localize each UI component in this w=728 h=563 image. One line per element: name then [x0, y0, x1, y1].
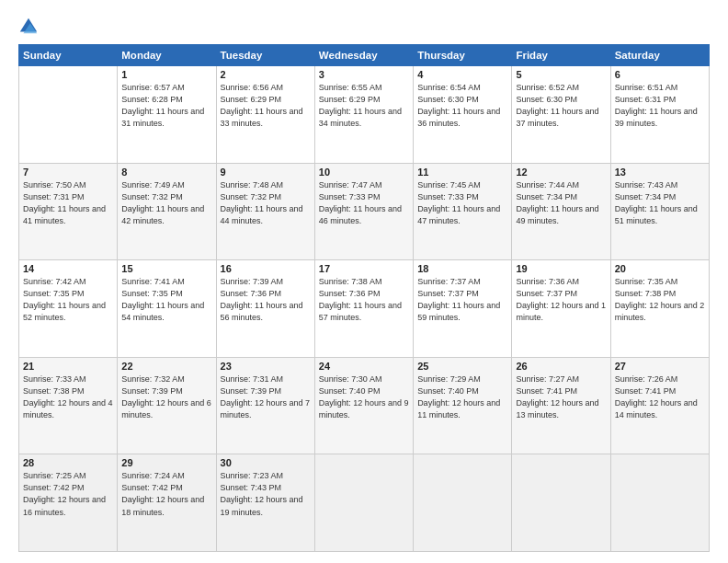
cal-cell: 6Sunrise: 6:51 AMSunset: 6:31 PMDaylight…: [610, 66, 709, 164]
day-info: Sunrise: 7:42 AMSunset: 7:35 PMDaylight:…: [23, 276, 113, 324]
cal-cell: 9Sunrise: 7:48 AMSunset: 7:32 PMDaylight…: [216, 163, 314, 260]
cal-cell: 16Sunrise: 7:39 AMSunset: 7:36 PMDayligh…: [216, 260, 314, 358]
day-number: 18: [417, 263, 507, 274]
cal-cell: 3Sunrise: 6:55 AMSunset: 6:29 PMDaylight…: [314, 66, 413, 164]
day-number: 15: [121, 263, 211, 274]
cal-cell: 28Sunrise: 7:25 AMSunset: 7:42 PMDayligh…: [19, 454, 118, 552]
day-info: Sunrise: 7:27 AMSunset: 7:41 PMDaylight:…: [516, 373, 606, 421]
day-info: Sunrise: 7:31 AMSunset: 7:39 PMDaylight:…: [221, 373, 311, 421]
day-number: 17: [319, 263, 409, 274]
cal-cell: [314, 454, 413, 552]
cal-cell: [414, 454, 512, 552]
day-number: 8: [121, 167, 211, 178]
cal-cell: 5Sunrise: 6:52 AMSunset: 6:30 PMDaylight…: [512, 66, 610, 164]
day-info: Sunrise: 7:32 AMSunset: 7:39 PMDaylight:…: [121, 373, 211, 421]
cal-cell: [512, 454, 610, 552]
cal-cell: 21Sunrise: 7:33 AMSunset: 7:38 PMDayligh…: [19, 357, 118, 454]
cal-cell: 25Sunrise: 7:29 AMSunset: 7:40 PMDayligh…: [414, 357, 512, 454]
day-number: 13: [615, 167, 705, 178]
day-info: Sunrise: 7:45 AMSunset: 7:33 PMDaylight:…: [417, 179, 507, 227]
logo: [18, 17, 42, 37]
cal-cell: 13Sunrise: 7:43 AMSunset: 7:34 PMDayligh…: [610, 163, 709, 260]
col-header-monday: Monday: [118, 45, 216, 66]
day-number: 5: [516, 69, 606, 80]
day-info: Sunrise: 7:23 AMSunset: 7:43 PMDaylight:…: [221, 470, 311, 518]
day-number: 1: [121, 69, 211, 80]
day-info: Sunrise: 7:36 AMSunset: 7:37 PMDaylight:…: [516, 276, 606, 324]
cal-cell: 15Sunrise: 7:41 AMSunset: 7:35 PMDayligh…: [118, 260, 216, 358]
day-info: Sunrise: 7:29 AMSunset: 7:40 PMDaylight:…: [417, 373, 507, 421]
day-number: 20: [615, 263, 705, 274]
day-number: 16: [221, 263, 311, 274]
col-header-sunday: Sunday: [19, 45, 118, 66]
day-info: Sunrise: 7:44 AMSunset: 7:34 PMDaylight:…: [516, 179, 606, 227]
day-info: Sunrise: 6:55 AMSunset: 6:29 PMDaylight:…: [319, 82, 409, 130]
week-row-2: 7Sunrise: 7:50 AMSunset: 7:31 PMDaylight…: [19, 163, 710, 260]
day-info: Sunrise: 7:39 AMSunset: 7:36 PMDaylight:…: [221, 276, 311, 324]
day-number: 9: [221, 167, 311, 178]
logo-icon: [18, 17, 39, 37]
day-info: Sunrise: 7:35 AMSunset: 7:38 PMDaylight:…: [615, 276, 705, 324]
cal-cell: 14Sunrise: 7:42 AMSunset: 7:35 PMDayligh…: [19, 260, 118, 358]
day-info: Sunrise: 7:26 AMSunset: 7:41 PMDaylight:…: [615, 373, 705, 421]
cal-cell: 20Sunrise: 7:35 AMSunset: 7:38 PMDayligh…: [610, 260, 709, 358]
day-number: 7: [23, 167, 113, 178]
day-info: Sunrise: 7:25 AMSunset: 7:42 PMDaylight:…: [23, 470, 113, 518]
day-info: Sunrise: 6:57 AMSunset: 6:28 PMDaylight:…: [121, 82, 211, 130]
cal-cell: 11Sunrise: 7:45 AMSunset: 7:33 PMDayligh…: [414, 163, 512, 260]
day-number: 27: [615, 361, 705, 372]
cal-cell: 1Sunrise: 6:57 AMSunset: 6:28 PMDaylight…: [118, 66, 216, 164]
day-number: 6: [615, 69, 705, 80]
cal-cell: 7Sunrise: 7:50 AMSunset: 7:31 PMDaylight…: [19, 163, 118, 260]
day-number: 23: [221, 361, 311, 372]
col-header-friday: Friday: [512, 45, 610, 66]
col-header-tuesday: Tuesday: [216, 45, 314, 66]
day-info: Sunrise: 7:38 AMSunset: 7:36 PMDaylight:…: [319, 276, 409, 324]
col-header-saturday: Saturday: [610, 45, 709, 66]
day-info: Sunrise: 7:30 AMSunset: 7:40 PMDaylight:…: [319, 373, 409, 421]
day-info: Sunrise: 6:54 AMSunset: 6:30 PMDaylight:…: [417, 82, 507, 130]
cal-cell: 4Sunrise: 6:54 AMSunset: 6:30 PMDaylight…: [414, 66, 512, 164]
cal-cell: 26Sunrise: 7:27 AMSunset: 7:41 PMDayligh…: [512, 357, 610, 454]
cal-cell: 23Sunrise: 7:31 AMSunset: 7:39 PMDayligh…: [216, 357, 314, 454]
cal-cell: 29Sunrise: 7:24 AMSunset: 7:42 PMDayligh…: [118, 454, 216, 552]
cal-cell: 10Sunrise: 7:47 AMSunset: 7:33 PMDayligh…: [314, 163, 413, 260]
cal-cell: 12Sunrise: 7:44 AMSunset: 7:34 PMDayligh…: [512, 163, 610, 260]
header-row: SundayMondayTuesdayWednesdayThursdayFrid…: [19, 45, 710, 66]
day-number: 12: [516, 167, 606, 178]
cal-cell: 19Sunrise: 7:36 AMSunset: 7:37 PMDayligh…: [512, 260, 610, 358]
day-info: Sunrise: 7:41 AMSunset: 7:35 PMDaylight:…: [121, 276, 211, 324]
cal-cell: [610, 454, 709, 552]
day-info: Sunrise: 6:52 AMSunset: 6:30 PMDaylight:…: [516, 82, 606, 130]
header: [18, 17, 710, 37]
day-number: 2: [221, 69, 311, 80]
day-number: 3: [319, 69, 409, 80]
week-row-1: 1Sunrise: 6:57 AMSunset: 6:28 PMDaylight…: [19, 66, 710, 164]
day-info: Sunrise: 7:49 AMSunset: 7:32 PMDaylight:…: [121, 179, 211, 227]
cal-cell: 8Sunrise: 7:49 AMSunset: 7:32 PMDaylight…: [118, 163, 216, 260]
day-number: 21: [23, 361, 113, 372]
cal-cell: [19, 66, 118, 164]
cal-cell: 27Sunrise: 7:26 AMSunset: 7:41 PMDayligh…: [610, 357, 709, 454]
day-info: Sunrise: 7:50 AMSunset: 7:31 PMDaylight:…: [23, 179, 113, 227]
day-number: 24: [319, 361, 409, 372]
day-number: 14: [23, 263, 113, 274]
day-info: Sunrise: 7:37 AMSunset: 7:37 PMDaylight:…: [417, 276, 507, 324]
cal-cell: 17Sunrise: 7:38 AMSunset: 7:36 PMDayligh…: [314, 260, 413, 358]
day-info: Sunrise: 7:24 AMSunset: 7:42 PMDaylight:…: [121, 470, 211, 518]
cal-cell: 22Sunrise: 7:32 AMSunset: 7:39 PMDayligh…: [118, 357, 216, 454]
day-info: Sunrise: 6:51 AMSunset: 6:31 PMDaylight:…: [615, 82, 705, 130]
calendar: SundayMondayTuesdayWednesdayThursdayFrid…: [18, 44, 710, 552]
day-number: 19: [516, 263, 606, 274]
cal-cell: 2Sunrise: 6:56 AMSunset: 6:29 PMDaylight…: [216, 66, 314, 164]
day-info: Sunrise: 7:43 AMSunset: 7:34 PMDaylight:…: [615, 179, 705, 227]
day-number: 26: [516, 361, 606, 372]
cal-cell: 24Sunrise: 7:30 AMSunset: 7:40 PMDayligh…: [314, 357, 413, 454]
day-number: 28: [23, 457, 113, 468]
day-info: Sunrise: 6:56 AMSunset: 6:29 PMDaylight:…: [221, 82, 311, 130]
day-number: 29: [121, 457, 211, 468]
day-number: 22: [121, 361, 211, 372]
week-row-3: 14Sunrise: 7:42 AMSunset: 7:35 PMDayligh…: [19, 260, 710, 358]
day-number: 4: [417, 69, 507, 80]
day-number: 10: [319, 167, 409, 178]
